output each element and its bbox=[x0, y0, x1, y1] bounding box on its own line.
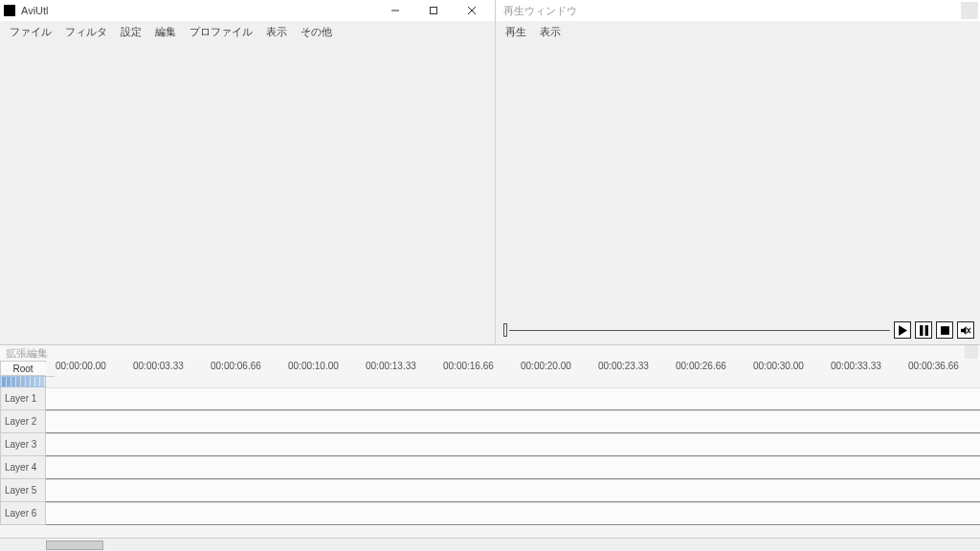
pause-button[interactable] bbox=[915, 321, 932, 339]
main-canvas[interactable] bbox=[0, 42, 495, 344]
slider-track bbox=[509, 330, 890, 331]
ruler-timecode: 00:00:23.33 bbox=[598, 361, 649, 371]
ruler-timecode: 00:00:13.33 bbox=[366, 361, 416, 371]
menu-other[interactable]: その他 bbox=[295, 23, 338, 41]
menu-filter[interactable]: フィルタ bbox=[59, 23, 113, 41]
svg-marker-4 bbox=[899, 325, 907, 336]
maximize-button[interactable] bbox=[414, 0, 453, 21]
timeline-title: 拡張編集 bbox=[6, 346, 48, 361]
ruler-timecode: 00:00:36.66 bbox=[908, 361, 959, 371]
ruler-timecode: 00:00:10.00 bbox=[288, 361, 339, 371]
layer-label[interactable]: Layer 6 bbox=[0, 502, 46, 525]
playback-title: 再生ウィンドウ bbox=[503, 4, 577, 18]
close-button[interactable] bbox=[453, 0, 491, 21]
layer-track[interactable] bbox=[46, 479, 980, 502]
layer-track[interactable] bbox=[46, 433, 980, 456]
playback-menubar: 再生 表示 bbox=[496, 21, 980, 42]
playback-canvas[interactable] bbox=[496, 42, 980, 344]
ruler-timecode: 00:00:33.33 bbox=[831, 361, 881, 371]
ruler-timecode: 00:00:16.66 bbox=[443, 361, 494, 371]
layer-label[interactable]: Layer 4 bbox=[0, 456, 46, 479]
mute-button[interactable] bbox=[957, 321, 974, 339]
root-label: Root bbox=[12, 364, 33, 374]
main-window: AviUtl ファイル フィルタ 設定 編集 プロファイル 表示 その他 bbox=[0, 0, 496, 344]
timeline-titlebar[interactable]: 拡張編集 bbox=[0, 345, 980, 361]
app-icon bbox=[4, 5, 15, 16]
play-button[interactable] bbox=[894, 321, 911, 339]
svg-marker-8 bbox=[961, 325, 967, 334]
pb-menu-play[interactable]: 再生 bbox=[500, 23, 532, 41]
layer-label[interactable]: Layer 1 bbox=[0, 387, 46, 410]
timeline-zoom-scale[interactable] bbox=[0, 376, 46, 387]
layer-track[interactable] bbox=[46, 410, 980, 433]
playback-close-button[interactable] bbox=[961, 2, 978, 19]
ruler-timecode: 00:00:30.00 bbox=[753, 361, 804, 371]
ruler-timecode: 00:00:26.66 bbox=[676, 361, 726, 371]
playback-slider[interactable] bbox=[503, 323, 890, 337]
pb-menu-view[interactable]: 表示 bbox=[534, 23, 567, 41]
layer-labels-column: Layer 1Layer 2Layer 3Layer 4Layer 5Layer… bbox=[0, 387, 46, 538]
playback-window: 再生ウィンドウ 再生 表示 bbox=[496, 0, 980, 344]
minimize-button[interactable] bbox=[376, 0, 414, 21]
slider-thumb[interactable] bbox=[503, 323, 507, 337]
ruler-timecode: 00:00:06.66 bbox=[211, 361, 261, 371]
main-title: AviUtl bbox=[21, 5, 376, 16]
menu-file[interactable]: ファイル bbox=[4, 23, 57, 41]
svg-rect-5 bbox=[920, 325, 923, 336]
layer-label[interactable]: Layer 3 bbox=[0, 433, 46, 456]
menu-edit[interactable]: 編集 bbox=[149, 23, 182, 41]
ruler-timecode: 00:00:20.00 bbox=[521, 361, 571, 371]
layer-track[interactable] bbox=[46, 502, 980, 525]
svg-rect-7 bbox=[941, 326, 949, 335]
scrollbar-thumb[interactable] bbox=[46, 540, 103, 550]
svg-rect-1 bbox=[431, 8, 437, 14]
timeline-window: 拡張編集 Root × 00:00:00.0000:00:03.3300:00:… bbox=[0, 344, 980, 551]
timeline-ruler[interactable]: 00:00:00.0000:00:03.3300:00:06.6600:00:1… bbox=[46, 361, 980, 376]
layer-tracks-area[interactable] bbox=[46, 387, 980, 538]
stop-button[interactable] bbox=[936, 321, 953, 339]
ruler-timecode: 00:00:03.33 bbox=[133, 361, 184, 371]
ruler-timecode: 00:00:00.00 bbox=[56, 361, 106, 371]
main-titlebar[interactable]: AviUtl bbox=[0, 0, 495, 21]
timeline-horizontal-scrollbar[interactable] bbox=[0, 538, 980, 551]
menu-profile[interactable]: プロファイル bbox=[184, 23, 258, 41]
layer-track[interactable] bbox=[46, 456, 980, 479]
layer-label[interactable]: Layer 5 bbox=[0, 479, 46, 502]
menu-view[interactable]: 表示 bbox=[260, 23, 293, 41]
menu-settings[interactable]: 設定 bbox=[115, 23, 147, 41]
main-menubar: ファイル フィルタ 設定 編集 プロファイル 表示 その他 bbox=[0, 21, 495, 42]
playback-titlebar[interactable]: 再生ウィンドウ bbox=[496, 0, 980, 21]
timeline-root-scene[interactable]: Root × bbox=[0, 361, 46, 376]
timeline-close-button[interactable] bbox=[965, 345, 978, 359]
svg-rect-6 bbox=[924, 325, 927, 336]
layer-track[interactable] bbox=[46, 387, 980, 410]
layer-label[interactable]: Layer 2 bbox=[0, 410, 46, 433]
